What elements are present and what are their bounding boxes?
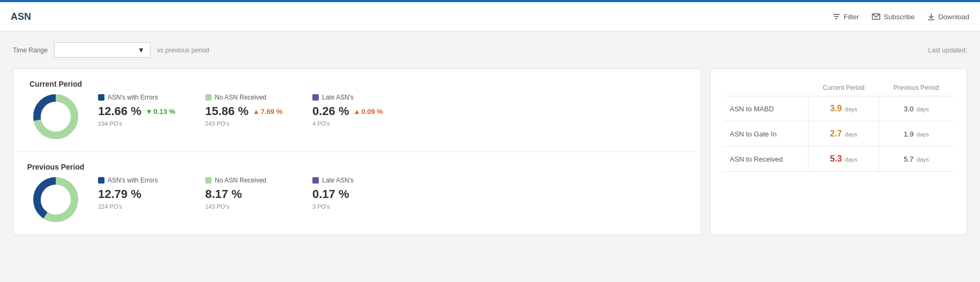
vs-previous-text: vs previous period — [157, 47, 209, 54]
errors-sub-prev: 224 PO's — [98, 203, 184, 210]
metric-noasn-prev: No ASN Received 8.17 % 143 PO's — [205, 177, 291, 210]
current-value-gatein: 2.7 — [830, 129, 842, 138]
noasn-label-prev: No ASN Received — [215, 177, 266, 184]
errors-value-prev: 12.79 % — [98, 187, 141, 201]
days-suffix-2: days — [917, 106, 929, 112]
subscribe-label: Subscribe — [884, 13, 915, 21]
table-row: ASN to Gate In 2.7 days 1.9 days — [723, 121, 954, 147]
time-range-select[interactable]: ▼ — [54, 42, 151, 58]
row-previous-received: 5.7 days — [879, 147, 954, 172]
filter-label: Filter — [843, 13, 859, 21]
filter-row: Time Range ▼ vs previous period Last upd… — [13, 42, 967, 58]
main-content: Current Period — [13, 68, 967, 235]
metric-lateasn-prev: Late ASN's 0.17 % 3 PO's — [312, 177, 398, 210]
lateasn-sub-prev: 3 PO's — [312, 203, 398, 210]
row-current-gatein: 2.7 days — [809, 121, 879, 147]
noasn-color-prev — [205, 177, 212, 184]
lateasn-label-prev: Late ASN's — [322, 177, 354, 184]
row-label-received: ASN to Received — [723, 147, 809, 172]
errors-color — [98, 94, 104, 101]
chevron-down-icon: ▼ — [138, 46, 145, 54]
days-suffix-3: days — [845, 131, 857, 138]
current-period-donut — [32, 93, 80, 141]
noasn-color — [205, 94, 212, 101]
lateasn-value-prev: 0.17 % — [312, 187, 349, 201]
top-bar-actions: Filter Subscribe Download — [833, 13, 969, 21]
errors-label-prev: ASN's with Errors — [108, 177, 158, 184]
noasn-sub-prev: 143 PO's — [205, 203, 291, 210]
previous-value-received: 5.7 — [904, 155, 914, 163]
filter-button[interactable]: Filter — [833, 13, 859, 21]
noasn-value: 15.86 % — [205, 104, 249, 118]
last-updated: Last updated: — [928, 47, 967, 54]
lateasn-change: ▲ 0.09 % — [354, 108, 383, 116]
page-title: ASN — [11, 11, 31, 22]
days-suffix-6: days — [917, 156, 929, 163]
lateasn-label: Late ASN's — [322, 94, 354, 101]
noasn-label: No ASN Received — [215, 94, 266, 101]
row-current-received: 5.3 days — [809, 147, 879, 172]
asn-days-table: Current Period Previous Period ASN to MA… — [723, 80, 954, 172]
row-current-mabd: 3.9 days — [809, 96, 879, 121]
filter-icon — [833, 13, 840, 20]
row-label-mabd: ASN to MABD — [723, 96, 809, 121]
previous-period-donut — [32, 176, 80, 224]
current-value-mabd: 3.9 — [830, 104, 842, 113]
errors-label: ASN's with Errors — [108, 94, 158, 101]
days-suffix: days — [845, 106, 857, 112]
subscribe-icon — [872, 13, 880, 20]
noasn-change: ▲ 7.69 % — [253, 108, 282, 116]
previous-period-metrics: ASN's with Errors 12.79 % 224 PO's No AS… — [98, 177, 688, 210]
metric-lateasn-current: Late ASN's 0.26 % ▲ 0.09 % 4 PO's — [312, 94, 398, 127]
noasn-value-prev: 8.17 % — [205, 187, 242, 201]
days-suffix-4: days — [917, 131, 929, 138]
table-row: ASN to MABD 3.9 days 3.0 days — [723, 96, 954, 121]
time-range-value — [60, 46, 62, 54]
download-button[interactable]: Download — [927, 13, 969, 21]
current-period-metrics: ASN's with Errors 12.66 % ▼ 0.13 % 194 P… — [98, 94, 688, 127]
time-range-label: Time Range — [13, 47, 48, 54]
col-header-current: Current Period — [809, 80, 879, 96]
previous-period-title: Previous Period — [27, 163, 85, 171]
col-header-previous: Previous Period — [879, 80, 954, 96]
errors-value: 12.66 % — [98, 104, 141, 118]
days-suffix-5: days — [845, 156, 857, 163]
table-row: ASN to Received 5.3 days 5.7 days — [723, 147, 954, 172]
right-panel: Current Period Previous Period ASN to MA… — [710, 68, 967, 235]
download-label: Download — [938, 13, 969, 21]
subscribe-button[interactable]: Subscribe — [872, 13, 915, 21]
metric-noasn-current: No ASN Received 15.86 % ▲ 7.69 % 243 PO'… — [205, 94, 291, 127]
current-period-section: Current Period — [13, 69, 701, 151]
download-icon — [927, 13, 935, 20]
metric-errors-current: ASN's with Errors 12.66 % ▼ 0.13 % 194 P… — [98, 94, 184, 127]
errors-change: ▼ 0.13 % — [146, 108, 175, 116]
noasn-sub: 243 PO's — [205, 120, 291, 127]
lateasn-color-prev — [312, 177, 319, 184]
previous-value-mabd: 3.0 — [904, 105, 914, 113]
row-previous-mabd: 3.0 days — [879, 96, 954, 121]
lateasn-sub: 4 PO's — [312, 120, 398, 127]
row-label-gatein: ASN to Gate In — [723, 121, 809, 147]
errors-sub: 194 PO's — [98, 120, 184, 127]
current-value-received: 5.3 — [830, 154, 842, 163]
col-header-label — [723, 80, 809, 96]
current-period-title: Current Period — [29, 80, 83, 88]
previous-value-gatein: 1.9 — [904, 130, 914, 138]
lateasn-color — [312, 94, 319, 101]
errors-color-prev — [98, 177, 104, 184]
row-previous-gatein: 1.9 days — [879, 121, 954, 147]
left-panel: Current Period — [13, 68, 701, 235]
lateasn-value: 0.26 % — [312, 104, 349, 118]
metric-errors-prev: ASN's with Errors 12.79 % 224 PO's — [98, 177, 184, 210]
previous-period-section: Previous Period ASN's wi — [13, 151, 701, 234]
